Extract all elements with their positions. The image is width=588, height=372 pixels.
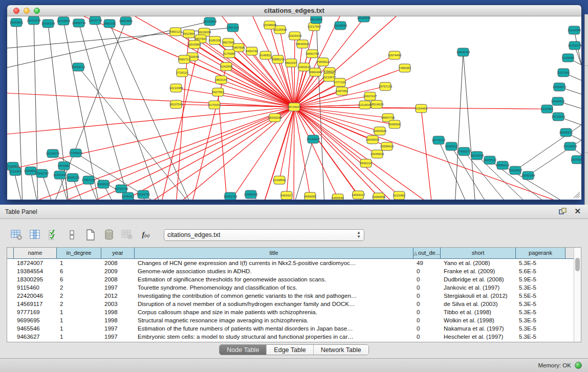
graph-node[interactable]: 15049930 (371, 150, 384, 158)
graph-edge[interactable] (294, 107, 294, 200)
graph-node[interactable]: 10589423 (380, 142, 394, 150)
column-header-pagerank[interactable]: pagerank (516, 248, 565, 259)
cell-year[interactable]: 1998 (101, 308, 135, 316)
cell-in_degree[interactable]: 1 (57, 324, 101, 333)
cell-out_de...[interactable]: 0 (413, 292, 441, 300)
cell-year[interactable]: 1997 (101, 333, 135, 341)
close-icon[interactable]: ✕ (574, 208, 581, 215)
graph-edge[interactable] (110, 24, 191, 200)
graph-node[interactable]: 9862035 (103, 19, 116, 28)
graph-node[interactable]: 13505133 (66, 173, 80, 182)
table-vertical-scrollbar[interactable] (574, 248, 581, 342)
graph-node[interactable]: 16961758 (306, 50, 319, 58)
cell-year[interactable]: 2012 (101, 292, 135, 300)
graph-edge[interactable] (23, 107, 294, 200)
cell-name[interactable]: 14569117 (14, 300, 57, 308)
cell-title[interactable]: Corpus callosum shape and size in male p… (135, 308, 413, 316)
graph-node[interactable]: 7485083 (399, 64, 411, 72)
cell-year[interactable]: 2009 (101, 267, 135, 275)
graph-edge[interactable] (463, 52, 475, 200)
graph-node[interactable]: 9154469 (415, 104, 427, 113)
graph-node[interactable]: 9245012 (445, 142, 458, 150)
cell-in_degree[interactable]: 6 (57, 275, 101, 283)
cell-pagerank[interactable]: 5.3E-5 (516, 283, 565, 292)
column-header-name[interactable]: name (14, 248, 57, 259)
graph-node[interactable]: 12444415 (551, 97, 565, 105)
graph-node[interactable]: 14569117 (352, 191, 365, 199)
cell-out_de...[interactable]: 0 (413, 267, 441, 275)
graph-node[interactable]: 19384554 (372, 193, 386, 200)
graph-node[interactable]: 9245052 (122, 192, 134, 200)
zoom-button[interactable] (34, 8, 40, 14)
cell-short[interactable]: Yano et al. (2008) (441, 259, 516, 267)
graph-node[interactable]: 20206576 (46, 149, 60, 158)
graph-node[interactable]: 18640910 (296, 40, 310, 48)
graph-node[interactable]: 16033809 (203, 17, 217, 26)
cell-out_de...[interactable]: 0 (413, 300, 441, 308)
cell-title[interactable]: Tourette syndrome. Phenomenology and cla… (135, 283, 413, 292)
graph-node[interactable]: 16779197 (432, 136, 446, 144)
graph-node[interactable]: 9175685 (223, 50, 235, 58)
graph-node[interactable]: 8990712 (178, 55, 190, 63)
graph-node[interactable]: 19218596 (334, 21, 347, 30)
cell-pagerank[interactable]: 5.3E-5 (516, 333, 565, 341)
graph-edge[interactable] (294, 107, 432, 200)
table-row[interactable]: 1830029562008Estimation of significance … (7, 275, 581, 283)
cell-year[interactable]: 1997 (101, 324, 135, 333)
cell-out_de...[interactable]: 0 (413, 316, 441, 324)
minimize-button[interactable] (24, 8, 30, 14)
graph-node[interactable]: 16231045 (470, 151, 484, 160)
cell-in_degree[interactable]: 1 (57, 308, 101, 316)
cell-in_degree[interactable]: 1 (57, 259, 101, 267)
graph-node[interactable]: 6497050 (336, 87, 348, 95)
cell-pagerank[interactable]: 5.9E-5 (516, 275, 565, 283)
cell-name[interactable]: 9115460 (14, 283, 57, 292)
table-row[interactable]: 1456911722003Disruption of a novel membe… (7, 300, 581, 308)
graph-node[interactable]: 16648784 (456, 48, 470, 56)
graph-node[interactable]: 8813054 (310, 16, 322, 24)
graph-node[interactable]: 18514629 (370, 100, 384, 108)
graph-node[interactable]: 11451944 (53, 171, 67, 179)
graph-edge[interactable] (294, 107, 365, 200)
graph-node[interactable]: 15134957 (307, 135, 320, 143)
graph-node[interactable]: 17359924 (69, 149, 83, 157)
float-window-icon[interactable] (559, 208, 567, 215)
graph-node[interactable]: 15751074 (568, 41, 581, 50)
graph-node[interactable]: 16543862 (188, 40, 202, 49)
cell-title[interactable]: Embryonic stem cells: a model to study s… (135, 333, 413, 341)
graph-node[interactable]: 8427552 (212, 88, 224, 96)
cell-short[interactable]: Tibbo et al. (1998) (441, 308, 516, 316)
cell-short[interactable]: Franke et al. (2009) (441, 267, 516, 275)
cell-title[interactable]: Estimation of significance thresholds fo… (135, 275, 413, 283)
cell-out_de...[interactable]: 0 (413, 324, 441, 333)
cell-pagerank[interactable]: 5.3E-5 (516, 324, 565, 333)
row-height-icon[interactable] (64, 228, 80, 242)
graph-node[interactable]: 13122530 (357, 16, 371, 22)
cell-out_de...[interactable]: 0 (413, 308, 441, 316)
graph-node[interactable]: 20553213 (72, 63, 85, 71)
graph-edge[interactable] (95, 20, 161, 200)
cell-short[interactable]: Dudbridge et al. (2008) (441, 275, 516, 283)
cell-in_degree[interactable]: 2 (57, 292, 101, 300)
cell-name[interactable]: 9463627 (14, 333, 57, 341)
graph-node[interactable]: 9463627 (280, 191, 293, 200)
cell-name[interactable]: 18300295 (14, 275, 57, 283)
cell-pagerank[interactable]: 5.3E-5 (516, 308, 565, 316)
graph-node[interactable]: 15890213 (496, 161, 510, 169)
graph-node[interactable]: 8960123 (169, 28, 182, 36)
scrollbar-thumb[interactable] (575, 258, 580, 271)
column-header-year[interactable]: year (101, 248, 135, 259)
graph-node[interactable]: 17957255 (82, 176, 96, 184)
graph-edge[interactable] (229, 54, 294, 107)
table-row[interactable]: 1938455462009Genome-wide association stu… (7, 267, 581, 275)
graph-node[interactable]: 18985734 (72, 19, 86, 27)
cell-name[interactable]: 22420046 (14, 292, 57, 300)
graph-edge[interactable] (191, 67, 226, 200)
cell-in_degree[interactable]: 2 (57, 283, 101, 292)
delete-table-icon[interactable] (101, 228, 117, 242)
graph-node[interactable]: 10974493 (388, 51, 402, 59)
graph-node[interactable]: 9777169 (334, 78, 346, 86)
graph-node[interactable]: 11087512 (483, 156, 497, 164)
graph-node[interactable]: 8912954 (183, 30, 195, 38)
cell-short[interactable]: Wolkin et al. (1998) (441, 316, 516, 324)
